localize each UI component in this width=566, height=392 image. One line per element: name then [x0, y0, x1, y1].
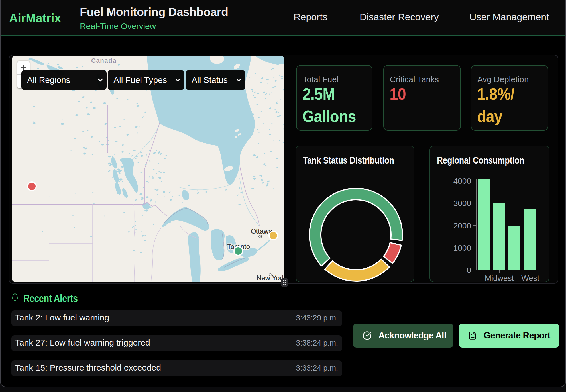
svg-text:Midwest: Midwest	[485, 274, 514, 283]
svg-text:Canada: Canada	[91, 57, 117, 64]
svg-text:4000: 4000	[453, 177, 471, 185]
svg-text:0: 0	[467, 266, 471, 275]
svg-text:3000: 3000	[453, 199, 471, 208]
svg-text:West: West	[521, 274, 539, 283]
svg-text:1000: 1000	[453, 244, 471, 252]
svg-text:2000: 2000	[453, 221, 471, 230]
